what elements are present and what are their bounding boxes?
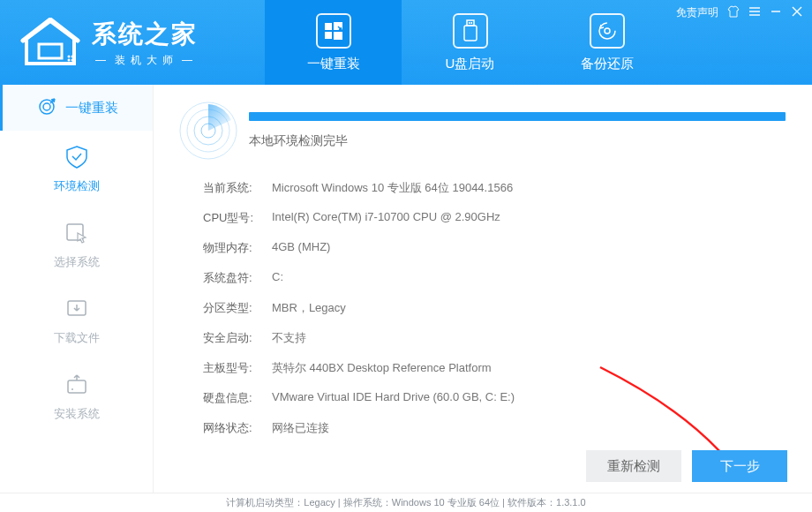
footer-text: 计算机启动类型：Legacy | 操作系统：Windows 10 专业版 64位… [226, 496, 585, 509]
info-value: 英特尔 440BX Desktop Reference Platform [272, 360, 786, 376]
sidebar-item-label: 下载文件 [54, 330, 100, 346]
svg-point-22 [43, 103, 50, 110]
svg-point-1 [68, 56, 71, 58]
info-row-disk: 硬盘信息:VMware Virtual IDE Hard Drive (60.0… [203, 390, 786, 406]
info-value: VMware Virtual IDE Hard Drive (60.0 GB, … [272, 390, 786, 406]
info-value: 4GB (MHZ) [272, 240, 786, 256]
logo-text: 系统之家 装机大师 [92, 18, 201, 68]
info-value: 网络已连接 [272, 420, 786, 436]
svg-rect-25 [68, 380, 86, 393]
svg-rect-10 [464, 26, 477, 41]
info-value: Microsoft Windows 10 专业版 64位 19044.1566 [272, 180, 786, 196]
menu-icon[interactable] [748, 5, 761, 20]
tab-label: 一键重装 [307, 56, 360, 72]
svg-point-14 [605, 28, 610, 34]
tab-label: 备份还原 [581, 56, 634, 72]
info-value: MBR，Legacy [272, 300, 786, 316]
sidebar-item-label: 安装系统 [54, 406, 100, 422]
svg-rect-12 [470, 22, 472, 24]
info-label: 硬盘信息: [203, 390, 272, 406]
sidebar-item-install[interactable]: 安装系统 [0, 358, 153, 434]
header: 系统之家 装机大师 一键重装 U盘启动 备份还原 免责声明 [0, 0, 812, 85]
info-label: 物理内存: [203, 240, 272, 256]
next-button[interactable]: 下一步 [692, 450, 787, 482]
target-icon [37, 97, 56, 119]
info-row-secure-boot: 安全启动:不支持 [203, 330, 786, 346]
action-buttons: 重新检测 下一步 [586, 450, 787, 482]
skin-icon[interactable] [727, 5, 740, 20]
info-label: 安全启动: [203, 330, 272, 346]
progress-area: 本地环境检测完毕 [249, 112, 786, 149]
body: 一键重装 环境检测 选择系统 下载文件 安装系统 [0, 85, 812, 493]
info-value: 不支持 [272, 330, 786, 346]
sidebar-item-env-check[interactable]: 环境检测 [0, 131, 153, 207]
select-icon [63, 219, 91, 247]
svg-rect-0 [39, 44, 62, 58]
info-row-os: 当前系统:Microsoft Windows 10 专业版 64位 19044.… [203, 180, 786, 196]
svg-point-2 [71, 56, 74, 58]
house-logo-icon [16, 16, 85, 69]
download-icon [63, 295, 91, 323]
sidebar-top-reinstall[interactable]: 一键重装 [0, 85, 153, 131]
minimize-icon[interactable] [770, 5, 782, 20]
info-value: Intel(R) Core(TM) i7-10700 CPU @ 2.90GHz [272, 210, 786, 226]
logo-subtitle: 装机大师 [92, 53, 201, 68]
progress-bar [249, 112, 786, 121]
progress-status-text: 本地环境检测完毕 [249, 133, 786, 149]
svg-point-4 [71, 59, 74, 62]
sidebar-item-label: 环境检测 [54, 178, 100, 194]
sidebar-item-download[interactable]: 下载文件 [0, 282, 153, 358]
svg-rect-5 [325, 23, 332, 30]
svg-point-13 [599, 23, 615, 39]
info-list: 当前系统:Microsoft Windows 10 专业版 64位 19044.… [178, 180, 786, 436]
info-label: 主板型号: [203, 360, 272, 376]
info-row-motherboard: 主板型号:英特尔 440BX Desktop Reference Platfor… [203, 360, 786, 376]
disclaimer-link[interactable]: 免责声明 [676, 5, 718, 20]
usb-icon [453, 13, 488, 49]
info-label: 系统盘符: [203, 270, 272, 286]
info-label: CPU型号: [203, 210, 272, 226]
svg-rect-11 [469, 22, 470, 24]
sidebar-item-select-system[interactable]: 选择系统 [0, 207, 153, 282]
recheck-button[interactable]: 重新检测 [586, 450, 681, 482]
svg-rect-7 [325, 32, 332, 39]
tab-reinstall[interactable]: 一键重装 [265, 0, 402, 85]
tab-usb-boot[interactable]: U盘启动 [402, 0, 538, 85]
info-label: 当前系统: [203, 180, 272, 196]
windows-icon [316, 13, 351, 49]
logo-title: 系统之家 [92, 18, 201, 51]
svg-point-3 [68, 59, 71, 62]
info-row-network: 网络状态:网络已连接 [203, 420, 786, 436]
svg-rect-8 [334, 32, 342, 40]
info-label: 网络状态: [203, 420, 272, 436]
radar-icon [178, 101, 238, 161]
shield-check-icon [63, 143, 91, 171]
footer: 计算机启动类型：Legacy | 操作系统：Windows 10 专业版 64位… [0, 493, 812, 512]
info-row-cpu: CPU型号:Intel(R) Core(TM) i7-10700 CPU @ 2… [203, 210, 786, 226]
tab-label: U盘启动 [446, 56, 495, 72]
info-label: 分区类型: [203, 300, 272, 316]
restore-icon [590, 13, 625, 49]
tab-backup-restore[interactable]: 备份还原 [538, 0, 675, 85]
sidebar-item-label: 选择系统 [54, 254, 100, 270]
logo-area: 系统之家 装机大师 [0, 16, 265, 69]
info-row-ram: 物理内存:4GB (MHZ) [203, 240, 786, 256]
info-value: C: [272, 270, 786, 286]
svg-rect-9 [467, 20, 474, 26]
sidebar: 一键重装 环境检测 选择系统 下载文件 安装系统 [0, 85, 154, 493]
progress-row: 本地环境检测完毕 [178, 101, 786, 161]
close-icon[interactable] [791, 5, 803, 20]
sidebar-top-label: 一键重装 [65, 100, 118, 117]
info-row-partition: 分区类型:MBR，Legacy [203, 300, 786, 316]
window-controls: 免责声明 [676, 5, 803, 20]
svg-point-26 [71, 388, 73, 390]
content: 本地环境检测完毕 当前系统:Microsoft Windows 10 专业版 6… [154, 85, 812, 493]
info-row-drive-letter: 系统盘符:C: [203, 270, 786, 286]
install-icon [63, 371, 91, 399]
